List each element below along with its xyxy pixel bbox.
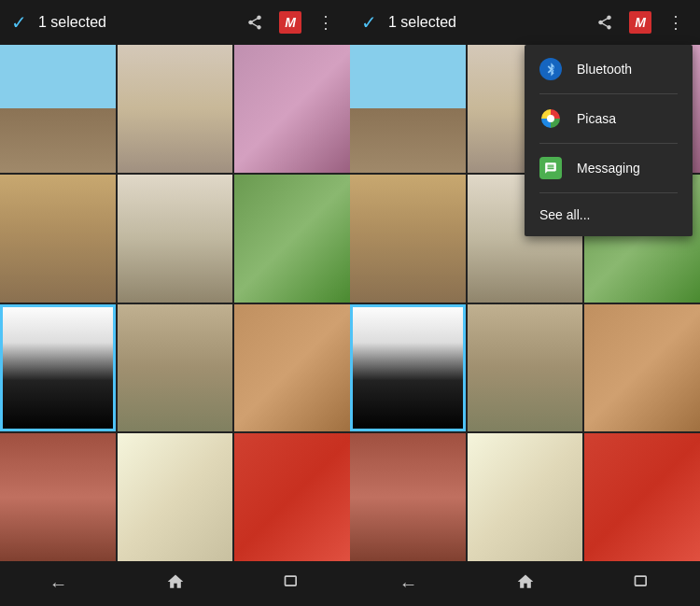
photo-cell[interactable]	[118, 304, 233, 432]
dropdown-item-see-all[interactable]: See all...	[525, 193, 693, 236]
dropdown-item-bluetooth[interactable]: Bluetooth	[525, 45, 693, 93]
photo-cell-selected[interactable]	[0, 304, 116, 432]
photo-cell[interactable]	[468, 304, 583, 432]
photo-cell[interactable]	[234, 175, 350, 303]
svg-point-3	[547, 115, 554, 122]
photo-cell[interactable]	[584, 304, 700, 432]
left-back-button[interactable]: ←	[49, 573, 68, 595]
photo-cell[interactable]	[118, 45, 233, 173]
messaging-icon	[539, 157, 562, 179]
left-recent-button[interactable]	[283, 572, 301, 596]
bluetooth-label: Bluetooth	[577, 62, 632, 77]
photo-cell[interactable]	[584, 433, 700, 561]
right-share-icon[interactable]	[592, 9, 618, 35]
right-check-icon[interactable]: ✓	[361, 11, 377, 34]
photo-cell[interactable]	[118, 175, 233, 303]
share-dropdown-menu: Bluetooth Picasa	[525, 45, 693, 236]
picasa-icon	[539, 107, 562, 130]
right-panel: ✓ 1 selected M ⋮ ←	[350, 0, 700, 606]
svg-rect-1	[635, 576, 646, 585]
left-home-button[interactable]	[166, 572, 185, 596]
photo-cell[interactable]	[350, 45, 466, 173]
photo-cell[interactable]	[118, 433, 233, 561]
left-photo-grid	[0, 45, 350, 561]
photo-cell-selected[interactable]	[350, 304, 466, 432]
left-selected-count: 1 selected	[38, 14, 231, 31]
photo-cell[interactable]	[234, 433, 350, 561]
photo-cell[interactable]	[350, 433, 466, 561]
right-gmail-icon[interactable]: M	[629, 11, 651, 34]
right-more-icon[interactable]: ⋮	[663, 9, 689, 35]
left-bottom-nav: ←	[0, 561, 350, 606]
photo-cell[interactable]	[234, 45, 350, 173]
svg-rect-0	[285, 576, 296, 585]
dropdown-item-picasa[interactable]: Picasa	[525, 94, 693, 143]
messaging-label: Messaging	[577, 161, 640, 176]
right-selected-count: 1 selected	[388, 14, 581, 31]
left-more-icon[interactable]: ⋮	[313, 9, 339, 35]
photo-cell[interactable]	[468, 433, 583, 561]
left-check-icon[interactable]: ✓	[11, 11, 27, 34]
right-top-bar: ✓ 1 selected M ⋮	[350, 0, 700, 45]
left-top-bar: ✓ 1 selected M ⋮	[0, 0, 350, 45]
photo-cell[interactable]	[0, 433, 116, 561]
left-share-icon[interactable]	[242, 9, 268, 35]
left-gmail-icon[interactable]: M	[279, 11, 301, 34]
photo-cell[interactable]	[0, 45, 116, 173]
photo-cell[interactable]	[0, 175, 116, 303]
photo-cell[interactable]	[350, 175, 466, 303]
picasa-label: Picasa	[577, 111, 616, 126]
right-back-button[interactable]: ←	[399, 573, 418, 595]
dropdown-item-messaging[interactable]: Messaging	[525, 144, 693, 192]
bluetooth-icon	[539, 58, 562, 80]
photo-cell[interactable]	[234, 304, 350, 432]
see-all-label: See all...	[539, 207, 590, 222]
right-home-button[interactable]	[516, 572, 535, 596]
right-bottom-nav: ←	[350, 561, 700, 606]
right-recent-button[interactable]	[633, 572, 651, 596]
left-panel: ✓ 1 selected M ⋮ ←	[0, 0, 350, 606]
